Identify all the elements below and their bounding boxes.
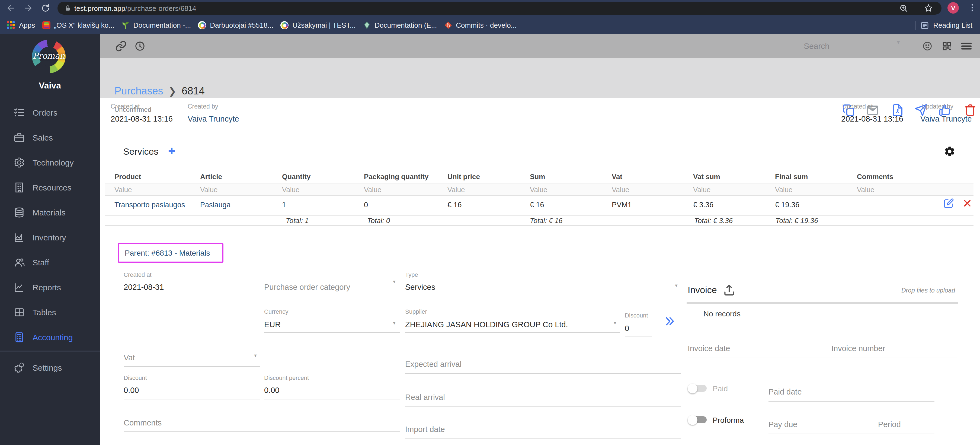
col-header-unit-price[interactable]: Unit price — [447, 172, 480, 181]
col-header-final-sum[interactable]: Final sum — [775, 172, 808, 181]
proforma-toggle[interactable] — [689, 416, 707, 423]
add-service-button[interactable]: + — [168, 144, 175, 158]
filter-input-comments[interactable]: Value — [857, 186, 875, 194]
invoice-title: Invoice — [688, 285, 717, 296]
form-currency-select[interactable]: EUR — [264, 320, 281, 329]
sidebar-item-technology[interactable]: Technology — [0, 150, 100, 175]
browser-back-icon[interactable] — [6, 4, 15, 13]
apps-grid-icon — [7, 21, 15, 29]
search-dropdown-icon[interactable]: ▼ — [896, 40, 901, 45]
col-header-article[interactable]: Article — [200, 172, 222, 181]
bookmark-osx[interactable]: „OS X“ klavišų ko... — [42, 21, 115, 29]
col-header-product[interactable]: Product — [115, 172, 141, 181]
breadcrumb-chevron-icon: ❯ — [169, 86, 177, 97]
col-header-packaging-quantity[interactable]: Packaging quantity — [364, 172, 428, 181]
browser-forward-icon[interactable] — [24, 4, 33, 13]
col-header-comments[interactable]: Comments — [857, 172, 893, 181]
zoom-in-icon[interactable] — [899, 4, 908, 13]
supplier-expand-chevrons-icon[interactable] — [664, 315, 676, 327]
cell-vat: PVM1 — [612, 201, 632, 209]
edit-row-icon[interactable] — [943, 198, 954, 208]
filter-input-packaging[interactable]: Value — [364, 186, 382, 194]
url-bar[interactable]: test.proman.app/purchase-orders/6814 — [57, 2, 942, 14]
filter-input-unit-price[interactable]: Value — [447, 186, 465, 194]
form-created-at-input[interactable]: 2021-08-31 — [124, 283, 164, 292]
filter-input-sum[interactable]: Value — [530, 186, 547, 194]
filter-input-quantity[interactable]: Value — [282, 186, 300, 194]
page-header: Purchases❯6814 Unconfirmed — [100, 58, 980, 98]
invoice-number-input[interactable]: Invoice number — [831, 344, 885, 353]
period-input[interactable]: Period — [878, 420, 901, 429]
browser-reload-icon[interactable] — [41, 4, 50, 13]
smiley-icon[interactable] — [923, 41, 932, 51]
col-header-vat-sum[interactable]: Vat sum — [693, 172, 720, 181]
sidebar-item-settings[interactable]: Settings — [0, 355, 100, 380]
form-vat-select[interactable]: Vat — [124, 353, 135, 362]
filter-input-vat[interactable]: Value — [612, 186, 629, 194]
vat-dropdown-icon[interactable]: ▼ — [253, 353, 258, 358]
sidebar-item-staff[interactable]: Staff — [0, 250, 100, 274]
bookmark-uzsakymai[interactable]: Užsakymai | TEST... — [280, 21, 355, 29]
paid-toggle[interactable] — [689, 385, 707, 392]
history-clock-icon[interactable] — [135, 41, 145, 51]
currency-dropdown-icon[interactable]: ▼ — [392, 321, 396, 325]
form-discount-percent-input[interactable]: 0.00 — [264, 386, 279, 394]
created-by-link[interactable]: Vaiva Truncytė — [188, 115, 239, 123]
updated-at-label: Updated at — [842, 103, 873, 110]
sidebar-item-inventory[interactable]: Inventory — [0, 225, 100, 250]
sidebar-item-accounting[interactable]: Accounting — [0, 325, 100, 349]
qr-code-icon[interactable] — [942, 41, 952, 51]
form-real-arrival-input[interactable]: Real arrival — [405, 393, 445, 402]
breadcrumb-purchases-link[interactable]: Purchases — [115, 85, 163, 97]
sidebar-item-sales[interactable]: Sales — [0, 125, 100, 150]
sidebar-item-resources[interactable]: Resources — [0, 175, 100, 200]
form-supplier-select[interactable]: ZHEJIANG JASAN HOLDING GROUP Co Ltd. — [405, 320, 568, 329]
sidebar-item-tables[interactable]: Tables — [0, 300, 100, 325]
supplier-dropdown-icon[interactable]: ▼ — [613, 321, 617, 325]
cell-product-link[interactable]: Transporto paslaugos — [115, 201, 185, 209]
form-supplier-discount-input[interactable]: 0 — [625, 324, 629, 333]
form-po-category-select[interactable]: Purchase order category — [264, 283, 350, 292]
form-expected-arrival-input[interactable]: Expected arrival — [405, 360, 461, 368]
filter-input-final-sum[interactable]: Value — [775, 186, 792, 194]
bookmark-darbuotojai[interactable]: Darbuotojai #5518... — [198, 21, 273, 29]
main-content: Search ▼ Purchases❯6814 Unconfirmed — [100, 34, 980, 445]
bookmark-documentation-1[interactable]: Documentation -... — [121, 21, 191, 29]
table-settings-gear-icon[interactable] — [943, 145, 956, 157]
sidebar-item-orders[interactable]: Orders — [0, 100, 100, 125]
updated-by-link[interactable]: Vaiva Truncytė — [920, 115, 972, 123]
filter-input-article[interactable]: Value — [200, 186, 218, 194]
upload-icon[interactable] — [722, 283, 736, 296]
browser-avatar[interactable]: V — [947, 2, 959, 14]
form-type-select[interactable]: Services — [405, 283, 435, 292]
search-input[interactable]: Search — [804, 41, 829, 51]
pay-due-input[interactable]: Pay due — [768, 420, 797, 429]
invoice-date-input[interactable]: Invoice date — [688, 344, 730, 353]
bookmark-documentation-2[interactable]: Documentation (E... — [363, 21, 437, 29]
delete-row-icon[interactable] — [963, 199, 971, 207]
bookmark-star-icon[interactable] — [924, 4, 933, 13]
parent-order-button[interactable]: Parent: #6813 - Materials — [118, 243, 223, 263]
orders-checklist-icon — [14, 107, 25, 118]
reading-list-label[interactable]: Reading List — [933, 21, 972, 29]
leaf-teal-icon — [363, 21, 371, 29]
col-header-sum[interactable]: Sum — [530, 172, 545, 181]
browser-menu-icon[interactable] — [967, 3, 977, 13]
hamburger-menu-icon[interactable] — [961, 42, 972, 51]
type-dropdown-icon[interactable]: ▼ — [674, 283, 678, 288]
col-header-quantity[interactable]: Quantity — [282, 172, 310, 181]
sidebar-item-materials[interactable]: Materials — [0, 200, 100, 225]
form-comments-input[interactable]: Comments — [124, 418, 162, 427]
filter-input-product[interactable]: Value — [115, 186, 132, 194]
cell-article-link[interactable]: Paslauga — [200, 201, 231, 209]
bookmark-commits[interactable]: Commits · develo... — [444, 21, 517, 29]
form-discount-input[interactable]: 0.00 — [124, 386, 139, 394]
link-icon[interactable] — [115, 40, 127, 52]
form-import-date-input[interactable]: Import date — [405, 425, 445, 434]
sidebar-item-reports[interactable]: Reports — [0, 274, 100, 300]
bookmark-apps[interactable]: Apps — [7, 21, 35, 29]
paid-date-input[interactable]: Paid date — [768, 388, 802, 396]
filter-input-vat-sum[interactable]: Value — [693, 186, 711, 194]
col-header-vat[interactable]: Vat — [612, 172, 622, 181]
po-category-dropdown-icon[interactable]: ▼ — [392, 279, 396, 284]
